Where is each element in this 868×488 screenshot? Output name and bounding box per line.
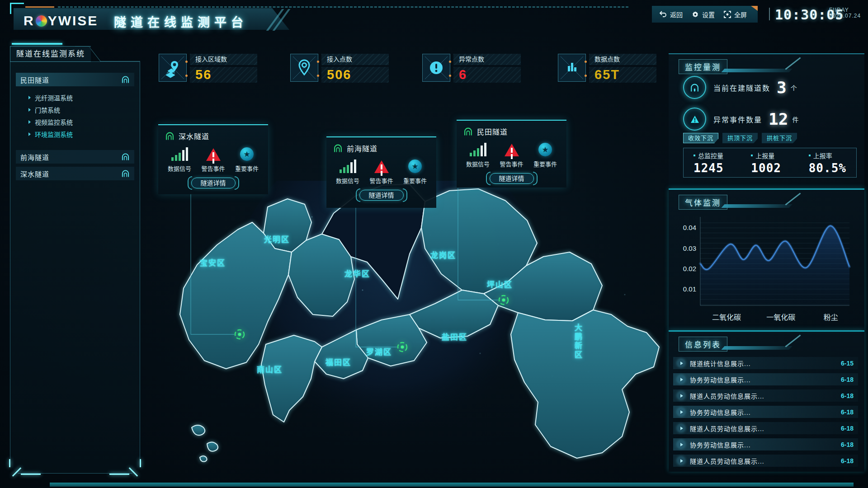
stat-card-datapoints: 数据点数 65T — [558, 54, 656, 83]
stat-icon-box — [159, 54, 187, 82]
corner-accent — [109, 474, 129, 475]
play-icon — [677, 408, 685, 416]
panel-title: 气体监测 — [679, 195, 727, 210]
tunnel-detail-button[interactable]: 隧道详情 — [490, 173, 534, 184]
metric-warning: 警告事件 — [366, 158, 397, 185]
sidebar-item-label: 前海隧道 — [20, 152, 49, 162]
warning-triangle-icon — [374, 160, 389, 173]
list-item[interactable]: 协务劳动信息展示... 6-18 — [673, 373, 858, 385]
fullscreen-button[interactable]: 全屏 — [724, 10, 747, 19]
triangle-bullet-icon — [28, 108, 31, 112]
stat-value: 506 — [321, 67, 389, 83]
signal-bars-icon — [340, 160, 356, 173]
corner-accent — [21, 474, 41, 475]
bottom-bar — [50, 483, 854, 487]
sidebar-item-access-control-system[interactable]: 门禁系统 — [28, 106, 140, 114]
bar-chart-icon — [559, 55, 585, 81]
play-icon — [677, 392, 685, 399]
clock-divider — [769, 8, 770, 20]
info-panel: 信息列表 隧道统计信息展示... 6-15 协务劳动信息展示... 6-18 隧… — [669, 330, 864, 472]
shenzhen-map — [154, 181, 669, 483]
brand-text-right: YWISE — [48, 13, 99, 28]
sidebar-item-qianhai-tunnel[interactable]: 前海隧道 — [16, 150, 134, 164]
stat-icon-box — [290, 54, 318, 82]
tab-gongding-settlement[interactable]: 拱顶下沉 — [722, 133, 758, 143]
sidebar-accent-tick — [12, 43, 62, 45]
list-item[interactable]: 协务劳动信息展示... 6-18 — [673, 438, 858, 450]
triangle-bullet-icon — [28, 96, 31, 99]
stat-value: 65T — [589, 67, 656, 83]
tunnel-icon — [333, 144, 343, 153]
list-item[interactable]: 隧道人员劳动信息展示... 6-18 — [673, 422, 858, 434]
undo-arrow-icon — [659, 11, 667, 18]
svg-text:一氧化碳: 一氧化碳 — [766, 314, 795, 321]
signal-bars-icon — [470, 143, 486, 156]
svg-text:0.03: 0.03 — [683, 244, 696, 252]
clock-day: 2020.07.24 — [829, 13, 861, 19]
tunnel-detail-button[interactable]: 隧道详情 — [191, 178, 236, 188]
stat-card-abnormal: 异常点数 6 — [422, 54, 521, 83]
sidebar-item-video-monitor-system[interactable]: 视频监控系统 — [28, 118, 140, 126]
svg-text:0.01: 0.01 — [683, 285, 696, 293]
brand-logo: R YWISE — [24, 13, 98, 28]
back-button[interactable]: 返回 — [659, 10, 683, 19]
popup-title: 深水隧道 — [179, 131, 209, 141]
gas-chart: 0.010.020.030.04二氧化碳一氧化碳粉尘 — [677, 212, 856, 325]
orange-dot — [449, 61, 451, 63]
tunnel-icon — [165, 131, 175, 141]
svg-text:粉尘: 粉尘 — [824, 314, 838, 321]
sidebar-item-label: 民田隧道 — [20, 75, 49, 84]
orange-dot — [449, 75, 451, 77]
brand-text-left: R — [24, 13, 35, 28]
triangle-bullet-icon — [28, 120, 31, 124]
list-item[interactable]: 隧道统计信息展示... 6-15 — [673, 357, 858, 369]
sidebar-item-fiber-temp-system[interactable]: 光纤测温系统 — [28, 94, 140, 102]
district-dapeng[interactable] — [511, 310, 659, 458]
settings-button[interactable]: 设置 — [692, 10, 715, 19]
star-badge-icon — [408, 160, 422, 173]
triangle-bullet-icon — [28, 132, 31, 136]
sidebar: 隧道在线监测系统 民田隧道 光纤测温系统 门禁系统 视频监控系统 — [10, 45, 140, 474]
monitor-row-events: 异常事件数量 12 件 — [683, 108, 798, 131]
sidebar-item-mintian-tunnel[interactable]: 民田隧道 — [16, 73, 134, 86]
metric-important: 重要事件 — [231, 145, 262, 173]
sidebar-item-label: 深水隧道 — [20, 169, 49, 178]
island — [200, 456, 207, 462]
stat-label: 接入点数 — [321, 54, 389, 65]
panel-title-swoosh — [721, 204, 792, 208]
sidebar-item-env-monitor-system[interactable]: 环境监测系统 — [28, 130, 140, 138]
monitor-row-tunnels: 当前在建隧道数 3 个 — [683, 76, 797, 99]
tunnel-circle-icon — [683, 76, 706, 99]
tunnel-icon — [121, 153, 130, 161]
panel-title-swoosh — [785, 192, 801, 205]
orange-dot — [585, 75, 587, 77]
monitor-value: 3 — [777, 78, 787, 97]
metric-warning: 警告事件 — [198, 145, 229, 173]
sidebar-title: 隧道在线监测系统 — [10, 46, 91, 62]
stat-label: 异常点数 — [453, 54, 521, 65]
list-item[interactable]: 隧道人员劳动信息展示... 6-18 — [673, 389, 858, 402]
list-item[interactable]: 协务劳动信息展示... 6-18 — [673, 406, 858, 418]
orange-dot — [185, 75, 188, 77]
svg-text:二氧化碳: 二氧化碳 — [712, 314, 741, 321]
pinwheel-logo-icon — [36, 15, 47, 27]
metric-signal: 数据信号 — [462, 141, 493, 168]
sidebar-item-shenshui-tunnel[interactable]: 深水隧道 — [16, 167, 134, 180]
panel-title-swoosh — [785, 57, 801, 70]
orange-dot — [317, 75, 319, 77]
clock-date: FIIDAY 2020.07.24 — [829, 7, 861, 19]
orange-accent-line — [25, 6, 54, 8]
warning-triangle-icon — [206, 148, 221, 161]
popup-shenshui-tunnel: 深水隧道 数据信号 警告事件 重要事件 隧道详情 — [158, 124, 268, 194]
gas-panel: 气体监测 0.010.020.030.04二氧化碳一氧化碳粉尘 — [669, 188, 864, 330]
tab-shouxiao-settlement[interactable]: 收效下沉 — [683, 133, 718, 143]
tab-gongzhuang-settlement[interactable]: 拱桩下沉 — [762, 133, 797, 143]
svg-text:0.02: 0.02 — [683, 265, 696, 272]
play-icon — [677, 375, 685, 383]
signal-bars-icon — [171, 147, 188, 161]
stat-icon-box — [558, 54, 586, 82]
play-icon — [677, 441, 685, 448]
list-item[interactable]: 隧道人员劳动信息展示... 6-18 — [673, 455, 858, 467]
tunnel-detail-button[interactable]: 隧道详情 — [359, 190, 404, 201]
island — [192, 425, 205, 435]
